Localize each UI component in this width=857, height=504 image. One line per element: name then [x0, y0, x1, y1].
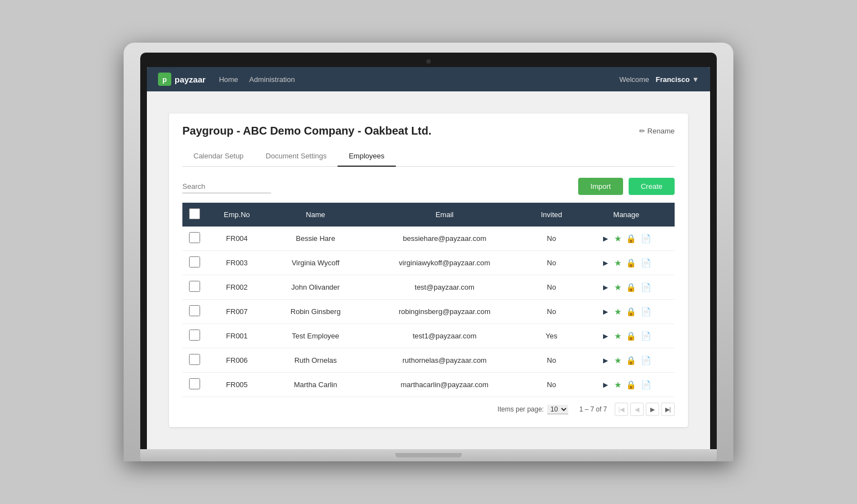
search-input[interactable]	[182, 180, 271, 193]
lock-icon[interactable]: 🔒	[626, 307, 636, 317]
col-emp-no: Emp.No	[207, 203, 267, 227]
nav-administration[interactable]: Administration	[249, 73, 295, 86]
row-email: ruthornelas@payzaar.com	[364, 348, 525, 373]
lock-icon[interactable]: 🔒	[626, 282, 636, 292]
table-row: FR002 John Olivander test@payzaar.com No…	[182, 275, 675, 300]
pencil-icon: ✏	[639, 127, 645, 135]
logo: p payzaar	[158, 73, 206, 86]
row-checkbox[interactable]	[189, 305, 200, 316]
row-manage: ► ★ 🔒 📄	[578, 275, 675, 300]
row-name: Test Employee	[267, 324, 364, 348]
nav-home[interactable]: Home	[219, 73, 238, 86]
shield-icon[interactable]: ★	[614, 234, 621, 244]
document-icon[interactable]: 📄	[641, 234, 651, 244]
pagination-nav: |◀ ◀ ▶ ▶|	[615, 403, 675, 416]
shield-icon[interactable]: ★	[614, 307, 621, 317]
send-icon[interactable]: ►	[601, 282, 610, 292]
laptop-camera	[426, 59, 431, 64]
lock-icon[interactable]: 🔒	[626, 234, 636, 244]
table-row: FR006 Ruth Ornelas ruthornelas@payzaar.c…	[182, 348, 675, 373]
row-manage: ► ★ 🔒 📄	[578, 251, 675, 275]
rename-button[interactable]: ✏ Rename	[639, 127, 675, 135]
send-icon[interactable]: ►	[601, 234, 610, 243]
row-checkbox-cell	[182, 373, 207, 397]
page-header: Paygroup - ABC Demo Company - Oakbeat Lt…	[182, 125, 675, 137]
row-email: test1@payzaar.com	[364, 324, 525, 348]
page-last-button[interactable]: ▶|	[661, 403, 675, 416]
row-invited: No	[525, 227, 578, 251]
select-all-checkbox[interactable]	[189, 208, 200, 219]
row-emp-no: FR003	[207, 251, 267, 275]
col-checkbox	[182, 203, 207, 227]
page-prev-button[interactable]: ◀	[630, 403, 644, 416]
page-first-button[interactable]: |◀	[615, 403, 628, 416]
logo-text: payzaar	[175, 75, 206, 84]
row-invited: No	[525, 348, 578, 373]
logo-icon: p	[158, 73, 171, 86]
document-icon[interactable]: 📄	[641, 331, 651, 341]
tab-calendar-setup[interactable]: Calendar Setup	[182, 146, 254, 167]
shield-icon[interactable]: ★	[614, 282, 621, 292]
shield-icon[interactable]: ★	[614, 258, 621, 268]
document-icon[interactable]: 📄	[641, 356, 651, 366]
row-name: John Olivander	[267, 275, 364, 300]
row-email: test@payzaar.com	[364, 275, 525, 300]
lock-icon[interactable]: 🔒	[626, 380, 636, 390]
employees-table: Emp.No Name Email Invited	[182, 203, 675, 397]
nav-links: Home Administration	[219, 73, 619, 86]
document-icon[interactable]: 📄	[641, 258, 651, 268]
document-icon[interactable]: 📄	[641, 307, 651, 317]
row-name: Robin Ginsberg	[267, 300, 364, 324]
row-checkbox[interactable]	[189, 232, 200, 243]
send-icon[interactable]: ►	[601, 380, 610, 389]
row-checkbox[interactable]	[189, 378, 200, 389]
send-icon[interactable]: ►	[601, 356, 610, 365]
toolbar: Import Create	[182, 178, 675, 195]
row-invited: No	[525, 300, 578, 324]
row-manage: ► ★ 🔒 📄	[578, 300, 675, 324]
navbar: p payzaar Home Administration Welcome Fr…	[147, 67, 710, 91]
lock-icon[interactable]: 🔒	[626, 258, 636, 268]
row-checkbox-cell	[182, 324, 207, 348]
row-email: marthacarlin@payzaar.com	[364, 373, 525, 397]
items-per-page-select[interactable]: 10 25 50	[547, 405, 568, 414]
shield-icon[interactable]: ★	[614, 356, 621, 366]
action-buttons: Import Create	[578, 178, 675, 195]
row-invited: No	[525, 275, 578, 300]
nav-user: Welcome Francisco ▼	[619, 75, 699, 84]
create-button[interactable]: Create	[629, 178, 675, 195]
document-icon[interactable]: 📄	[641, 282, 651, 292]
user-name: Francisco	[656, 75, 690, 84]
row-checkbox[interactable]	[189, 354, 200, 365]
shield-icon[interactable]: ★	[614, 331, 621, 341]
row-checkbox[interactable]	[189, 256, 200, 268]
document-icon[interactable]: 📄	[641, 380, 651, 390]
row-manage: ► ★ 🔒 📄	[578, 373, 675, 397]
send-icon[interactable]: ►	[601, 307, 610, 316]
row-name: Martha Carlin	[267, 373, 364, 397]
table-row: FR007 Robin Ginsberg robinginsberg@payza…	[182, 300, 675, 324]
row-checkbox[interactable]	[189, 281, 200, 292]
row-emp-no: FR005	[207, 373, 267, 397]
row-checkbox-cell	[182, 275, 207, 300]
col-name: Name	[267, 203, 364, 227]
col-invited: Invited	[525, 203, 578, 227]
lock-icon[interactable]: 🔒	[626, 356, 636, 366]
row-email: robinginsberg@payzaar.com	[364, 300, 525, 324]
send-icon[interactable]: ►	[601, 331, 610, 341]
tab-document-settings[interactable]: Document Settings	[254, 146, 338, 167]
row-emp-no: FR002	[207, 275, 267, 300]
send-icon[interactable]: ►	[601, 258, 610, 268]
row-checkbox-cell	[182, 251, 207, 275]
import-button[interactable]: Import	[578, 178, 623, 195]
row-manage: ► ★ 🔒 📄	[578, 227, 675, 251]
row-manage: ► ★ 🔒 📄	[578, 324, 675, 348]
col-email: Email	[364, 203, 525, 227]
row-invited: Yes	[525, 324, 578, 348]
tab-employees[interactable]: Employees	[338, 146, 395, 167]
page-next-button[interactable]: ▶	[646, 403, 659, 416]
row-manage: ► ★ 🔒 📄	[578, 348, 675, 373]
lock-icon[interactable]: 🔒	[626, 331, 636, 341]
shield-icon[interactable]: ★	[614, 380, 621, 390]
row-checkbox[interactable]	[189, 330, 200, 341]
